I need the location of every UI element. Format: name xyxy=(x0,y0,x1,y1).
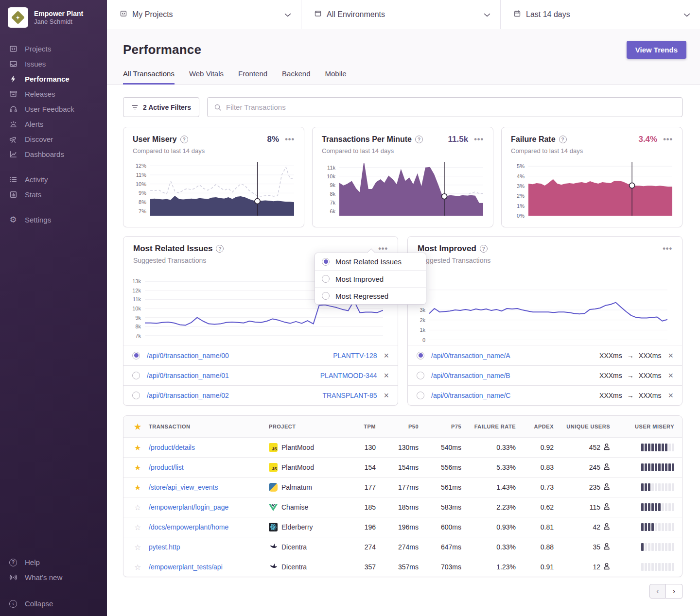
menu-item-most-regressed[interactable]: Most Regressed xyxy=(315,287,426,304)
star-icon[interactable]: ☆ xyxy=(123,563,149,572)
star-icon[interactable]: ☆ xyxy=(123,503,149,512)
close-icon[interactable]: × xyxy=(668,351,673,360)
radio-button[interactable] xyxy=(322,275,330,283)
view-trends-button[interactable]: View Trends xyxy=(627,41,686,59)
project-cell[interactable]: JSPlantMood xyxy=(269,463,342,472)
help-circle-icon[interactable]: ? xyxy=(559,136,567,143)
sidebar-item-stats[interactable]: Stats xyxy=(0,187,107,202)
menu-item-most-improved[interactable]: Most Improved xyxy=(315,270,426,287)
transaction-link[interactable]: /api/0/transaction_name/A xyxy=(431,352,510,359)
help-circle-icon[interactable]: ? xyxy=(415,136,423,143)
org-switcher[interactable]: ✦ Empower Plant Jane Schmidt xyxy=(0,0,107,38)
radio-button[interactable] xyxy=(132,392,140,399)
transaction-link[interactable]: /product/details xyxy=(149,444,269,451)
close-icon[interactable]: × xyxy=(668,391,673,400)
filter-transactions-input[interactable] xyxy=(226,103,676,111)
column-header-apdex[interactable]: APDEX xyxy=(516,424,554,429)
star-icon[interactable]: ☆ xyxy=(123,543,149,552)
sidebar-item-performance[interactable]: Performance xyxy=(0,71,107,86)
radio-button[interactable] xyxy=(132,352,140,359)
metric-menu-button[interactable]: ••• xyxy=(285,135,295,144)
close-icon[interactable]: × xyxy=(384,371,389,380)
sidebar-item-releases[interactable]: Releases xyxy=(0,86,107,102)
radio-button[interactable] xyxy=(322,258,330,266)
column-header-failure-rate[interactable]: FAILURE RATE xyxy=(461,424,516,429)
topbar-selector-all-environments[interactable]: All Environments xyxy=(301,0,501,29)
tab-backend[interactable]: Backend xyxy=(282,69,310,85)
radio-button[interactable] xyxy=(132,372,140,379)
column-header-p50[interactable]: P50 xyxy=(376,424,419,429)
star-icon[interactable]: ★ xyxy=(123,443,149,452)
transaction-link[interactable]: /api/0/transaction_name/01 xyxy=(147,372,229,379)
transactions-table: ★TRANSACTIONPROJECTTPMP50P75FAILURE RATE… xyxy=(123,415,682,577)
close-icon[interactable]: × xyxy=(384,391,389,400)
project-cell[interactable]: Chamise xyxy=(269,503,342,512)
transaction-link[interactable]: /product/list xyxy=(149,463,269,471)
metric-menu-button[interactable]: ••• xyxy=(474,135,484,144)
menu-item-most-related-issues[interactable]: Most Related Issues xyxy=(315,253,426,270)
transaction-link[interactable]: /api/0/transaction_name/B xyxy=(431,372,510,379)
project-cell[interactable]: Dicentra xyxy=(269,563,342,571)
issue-link[interactable]: PLANTTV-128 xyxy=(333,352,377,359)
sidebar-item-alerts[interactable]: Alerts xyxy=(0,117,107,132)
star-icon[interactable]: ★ xyxy=(123,422,149,431)
y-axis-labels: 11k10k9k8k7k6k xyxy=(322,161,339,216)
column-header-transaction[interactable]: TRANSACTION xyxy=(149,424,269,429)
project-cell[interactable]: Dicentra xyxy=(269,543,342,551)
sidebar-item-issues[interactable]: Issues xyxy=(0,56,107,71)
radio-button[interactable] xyxy=(417,372,424,379)
panel-menu-button[interactable]: ••• xyxy=(663,244,672,253)
sidebar-item-discover[interactable]: Discover xyxy=(0,132,107,147)
help-circle-icon[interactable]: ? xyxy=(480,245,488,253)
transaction-link[interactable]: /empowerplant/login_page xyxy=(149,503,269,511)
issue-link[interactable]: TRANSPLANT-85 xyxy=(322,392,377,399)
panel-menu-button[interactable]: ••• xyxy=(378,244,388,253)
next-page-button[interactable]: › xyxy=(666,584,682,599)
sidebar-item-user-feedback[interactable]: User Feedback xyxy=(0,102,107,117)
window-icon xyxy=(314,10,322,19)
close-icon[interactable]: × xyxy=(384,351,389,360)
column-header-user-misery[interactable]: USER MISERY xyxy=(610,424,674,429)
sidebar-collapse-button[interactable]: ‹Collapse xyxy=(0,596,107,611)
star-icon[interactable]: ☆ xyxy=(123,523,149,532)
transaction-link[interactable]: /api/0/transaction_name/00 xyxy=(147,352,229,359)
star-icon[interactable]: ★ xyxy=(123,483,149,492)
column-header-tpm[interactable]: TPM xyxy=(342,424,376,429)
sidebar-item-help[interactable]: ?Help xyxy=(0,555,107,570)
sidebar-item-projects[interactable]: Projects xyxy=(0,41,107,56)
project-cell[interactable]: Palmatum xyxy=(269,483,342,492)
active-filters-button[interactable]: 2 Active Filters xyxy=(123,97,199,117)
project-cell[interactable]: Elderberry xyxy=(269,523,342,531)
topbar-selector-my-projects[interactable]: My Projects xyxy=(107,0,301,29)
issue-link[interactable]: PLANTMOOD-344 xyxy=(320,372,377,379)
metric-menu-button[interactable]: ••• xyxy=(663,135,673,144)
tab-mobile[interactable]: Mobile xyxy=(325,69,346,85)
tab-frontend[interactable]: Frontend xyxy=(238,69,267,85)
project-name: Chamise xyxy=(281,503,308,511)
radio-button[interactable] xyxy=(322,292,330,300)
transaction-link[interactable]: /api/0/transaction_name/02 xyxy=(147,392,229,399)
sidebar-item-what-s-new[interactable]: What’s new xyxy=(0,570,107,585)
project-cell[interactable]: JSPlantMood xyxy=(269,443,342,452)
tab-all-transactions[interactable]: All Transactions xyxy=(123,69,175,85)
close-icon[interactable]: × xyxy=(668,371,673,380)
previous-page-button[interactable]: ‹ xyxy=(649,584,666,599)
column-header-unique-users[interactable]: UNIQUE USERS xyxy=(554,424,610,429)
topbar-selector-last-14-days[interactable]: Last 14 days xyxy=(501,0,700,29)
star-icon[interactable]: ★ xyxy=(123,463,149,472)
radio-button[interactable] xyxy=(417,352,424,359)
sidebar-item-settings[interactable]: ⚙Settings xyxy=(0,212,107,227)
transaction-link[interactable]: /store/api_view_events xyxy=(149,483,269,491)
radio-button[interactable] xyxy=(417,392,424,399)
transaction-link[interactable]: pytest.http xyxy=(149,543,269,551)
transaction-link[interactable]: /api/0/transaction_name/C xyxy=(431,392,510,399)
sidebar-item-dashboards[interactable]: Dashboards xyxy=(0,147,107,162)
tab-web-vitals[interactable]: Web Vitals xyxy=(189,69,224,85)
help-circle-icon[interactable]: ? xyxy=(180,136,188,143)
help-circle-icon[interactable]: ? xyxy=(216,245,224,253)
sidebar-item-activity[interactable]: Activity xyxy=(0,172,107,187)
transaction-link[interactable]: /docs/empowerplant/home xyxy=(149,523,269,531)
transaction-link[interactable]: /empowerplant_tests/api xyxy=(149,563,269,571)
column-header-project[interactable]: PROJECT xyxy=(269,424,342,429)
column-header-p75[interactable]: P75 xyxy=(419,424,461,429)
